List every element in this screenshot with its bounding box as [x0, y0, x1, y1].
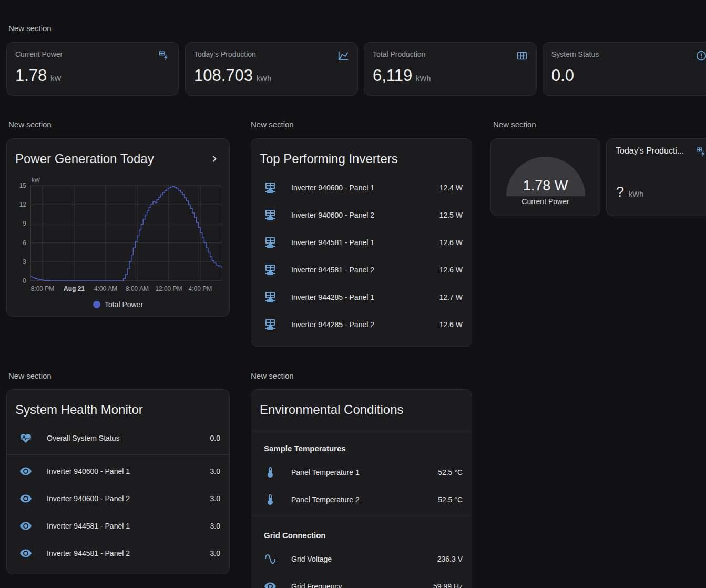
mini-card-title: Today's Producti...: [616, 146, 691, 156]
y-tick-label: 9: [23, 220, 26, 227]
list-item-value: 52.5 °C: [438, 468, 463, 477]
thermometer-icon: [264, 466, 277, 479]
list-item-label: Inverter 940600 - Panel 1: [291, 184, 439, 192]
chart-gridlines: [30, 186, 221, 281]
eye-icon: [19, 520, 32, 532]
alert-circle-icon: [695, 50, 706, 62]
list-item[interactable]: Inverter 944581 - Panel 1 12.6 W: [251, 229, 472, 256]
section-label: New section: [493, 120, 536, 129]
chart-legend[interactable]: Total Power: [7, 300, 229, 309]
list-item-value: 12.6 W: [439, 266, 463, 274]
list-item[interactable]: Grid Voltage 236.3 V: [251, 545, 472, 573]
list-item[interactable]: Inverter 944285 - Panel 2 12.6 W: [251, 311, 472, 338]
solar-panel-icon: [264, 181, 277, 194]
stat-value: 1.78: [15, 66, 47, 85]
card-header: Environmental Conditions: [251, 390, 472, 432]
stat-unit: kWh: [257, 74, 271, 83]
x-tick-label: Aug 21: [64, 285, 85, 292]
gauge-label: Current Power: [491, 197, 600, 206]
section-label: New section: [8, 371, 52, 380]
power-chart[interactable]: kW 03691215 8:00 PMAug 214:00 AM8:00 AM1…: [30, 186, 221, 281]
mini-value-row: ? kWh: [616, 184, 643, 200]
eye-icon: [19, 547, 32, 560]
stat-card-total-production[interactable]: Total Production 6,119 kWh: [364, 42, 537, 96]
solar-power-icon: [695, 146, 706, 158]
list-item[interactable]: Inverter 940600 - Panel 1 12.4 W: [251, 174, 472, 201]
list-item[interactable]: Grid Frequency 59.99 Hz: [251, 573, 472, 588]
list-item-label: Inverter 940600 - Panel 2: [291, 211, 439, 219]
card-header: System Health Monitor: [7, 390, 229, 424]
y-axis-unit: kW: [32, 177, 40, 183]
solar-panel-icon: [264, 263, 277, 276]
list-item[interactable]: Overall System Status 0.0: [7, 424, 229, 452]
system-health-card: System Health Monitor Overall System Sta…: [6, 389, 230, 574]
stat-title: System Status: [551, 50, 599, 58]
list-item[interactable]: Panel Temperature 2 52.5 °C: [251, 486, 472, 513]
mini-card-header: Today's Producti...: [616, 146, 706, 158]
section-label: New section: [251, 120, 294, 129]
list-item-value: 12.4 W: [439, 184, 463, 192]
stat-title: Today's Production: [194, 50, 256, 58]
stat-title: Current Power: [15, 50, 63, 58]
card-header[interactable]: Power Generation Today: [7, 139, 229, 166]
list-item-value: 3.0: [210, 522, 220, 530]
card-title: Top Performing Inverters: [260, 151, 398, 166]
card-header: Top Performing Inverters: [251, 139, 472, 174]
chevron-right-icon[interactable]: [208, 153, 221, 165]
list-item[interactable]: Inverter 944581 - Panel 2 3.0: [7, 540, 229, 567]
stat-unit: kW: [50, 74, 61, 83]
y-tick-label: 0: [23, 277, 26, 285]
list-item[interactable]: Inverter 944581 - Panel 2 12.6 W: [251, 256, 472, 283]
divider: [251, 516, 472, 516]
stat-card-current-power[interactable]: Current Power 1.78 kW: [6, 42, 179, 96]
heart-pulse-icon: [19, 432, 32, 444]
list-item-value: 52.5 °C: [438, 495, 463, 504]
gauge-card-current-power[interactable]: 1.78 W Current Power: [490, 138, 600, 216]
stat-card-system-status[interactable]: System Status 0.0: [543, 42, 706, 96]
stat-value-row: 1.78 kW: [15, 66, 170, 85]
eye-icon: [264, 580, 277, 588]
list-item[interactable]: Inverter 944581 - Panel 1 3.0: [7, 512, 229, 540]
stat-title: Total Production: [373, 50, 425, 58]
todays-production-mini-card[interactable]: Today's Producti... ? kWh: [606, 138, 706, 216]
list-item[interactable]: Inverter 940600 - Panel 2 3.0: [7, 485, 229, 512]
list-item-label: Inverter 940600 - Panel 2: [47, 494, 210, 503]
list-item-label: Inverter 944581 - Panel 1: [291, 238, 439, 247]
stat-value-row: 108.703 kWh: [194, 66, 349, 85]
thermometer-icon: [264, 493, 277, 506]
y-tick-label: 12: [19, 201, 26, 208]
stat-card-header: Today's Production: [194, 50, 349, 62]
list-item-value: 3.0: [210, 467, 220, 475]
x-tick-label: 4:00 PM: [189, 285, 212, 292]
stat-card-header: System Status: [551, 50, 706, 62]
list-item-label: Inverter 944581 - Panel 2: [291, 266, 439, 274]
card-title: System Health Monitor: [15, 402, 143, 417]
solar-power-icon: [158, 50, 170, 62]
x-tick-label: 12:00 PM: [155, 285, 182, 292]
list-item-value: 59.99 Hz: [433, 582, 463, 588]
stat-unit: kWh: [416, 74, 431, 83]
section-label: New section: [251, 371, 294, 380]
list-item-label: Inverter 944581 - Panel 1: [47, 522, 210, 530]
chart-canvas: [30, 186, 221, 281]
list-item-label: Grid Frequency: [291, 582, 433, 588]
list-item[interactable]: Inverter 944285 - Panel 1 12.7 W: [251, 283, 472, 311]
legend-dot: [93, 301, 100, 308]
solar-panel-icon: [264, 318, 277, 331]
stat-value: 6,119: [373, 66, 412, 85]
list-item-label: Grid Voltage: [291, 555, 437, 563]
environmental-conditions-card: Environmental Conditions Sample Temperat…: [251, 389, 472, 588]
section-label: New section: [8, 120, 52, 129]
list-item-value: 236.3 V: [437, 555, 463, 563]
stat-card-todays-production[interactable]: Today's Production 108.703 kWh: [185, 42, 358, 96]
card-title: Power Generation Today: [15, 151, 154, 166]
power-generation-card: Power Generation Today kW 03691215 8:00 …: [6, 138, 230, 317]
group-heading: Grid Connection: [251, 519, 472, 540]
list-item[interactable]: Panel Temperature 1 52.5 °C: [251, 459, 472, 486]
list-item[interactable]: Inverter 940600 - Panel 1 3.0: [7, 458, 229, 485]
group-heading: Sample Temperatures: [251, 432, 472, 453]
list-item[interactable]: Inverter 940600 - Panel 2 12.5 W: [251, 201, 472, 229]
list-item-label: Panel Temperature 1: [291, 468, 438, 477]
mini-value: ?: [616, 184, 624, 200]
list-item-label: Inverter 940600 - Panel 1: [47, 467, 210, 475]
